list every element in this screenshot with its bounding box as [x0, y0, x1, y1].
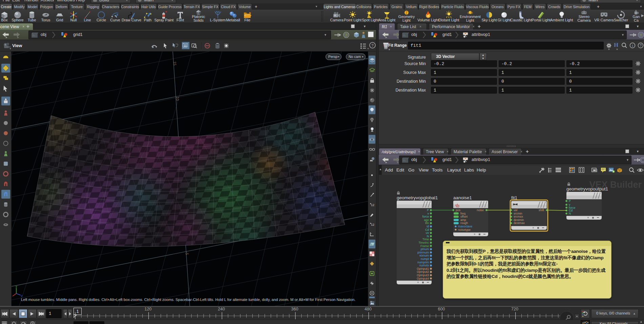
svg-text:-5: -5	[185, 251, 189, 255]
svg-text:?: ?	[640, 43, 642, 47]
svg-text:pos: pos	[456, 208, 461, 212]
svg-text:12: 12	[371, 203, 374, 207]
svg-text:ptnum: ptnum	[421, 247, 429, 251]
svg-text:y: y	[16, 285, 17, 288]
svg-text:val: val	[514, 208, 517, 212]
svg-text:geometryvopglobal1: geometryvopglobal1	[397, 195, 438, 200]
svg-text:maxoctave: maxoctave	[458, 225, 472, 228]
svg-text:z: z	[21, 294, 23, 298]
svg-text:life: life	[425, 221, 429, 225]
svg-text:noisetype: noisetype	[458, 228, 471, 231]
svg-text:aanoise1: aanoise1	[453, 195, 472, 200]
svg-text:P: P	[569, 199, 571, 203]
svg-text:10: 10	[175, 97, 180, 101]
svg-text:Frame: Frame	[420, 244, 429, 248]
svg-text:noise: noise	[477, 208, 484, 212]
svg-text:numpt: numpt	[421, 257, 429, 261]
svg-text:srcmax: srcmax	[514, 215, 523, 218]
svg-text:srcmin: srcmin	[514, 212, 522, 215]
svg-text:TimeInc: TimeInc	[418, 241, 429, 244]
svg-text:rough: rough	[460, 221, 468, 225]
svg-text:numvtx: numvtx	[419, 264, 429, 267]
svg-text:numprim: numprim	[417, 261, 429, 264]
svg-text:geometryvopoutput1: geometryvopoutput1	[566, 186, 608, 191]
svg-text:i: i	[632, 43, 633, 47]
svg-text:destmax: destmax	[514, 221, 525, 225]
svg-text:destmin: destmin	[514, 218, 524, 222]
svg-text:Cd: Cd	[425, 228, 429, 231]
svg-text:OpInput2: OpInput2	[417, 270, 429, 274]
svg-text:freq: freq	[460, 212, 465, 215]
svg-text:offset: offset	[460, 215, 468, 218]
svg-text:OpInput3: OpInput3	[417, 274, 429, 277]
svg-text:shift: shift	[539, 208, 544, 212]
svg-text:force: force	[422, 215, 429, 218]
svg-text:uv: uv	[426, 231, 429, 235]
svg-text:?: ?	[371, 43, 373, 47]
svg-text:P: P	[427, 208, 429, 212]
svg-text:vtxnum: vtxnum	[419, 254, 429, 257]
svg-text:OpInput4: OpInput4	[417, 277, 429, 280]
svg-text:N: N	[427, 235, 429, 238]
svg-text:OpInput1: OpInput1	[417, 267, 429, 270]
svg-text:12: 12	[371, 223, 374, 226]
svg-text:N: N	[569, 212, 571, 215]
svg-text:id: id	[427, 225, 429, 228]
svg-text:v: v	[428, 212, 429, 215]
svg-text:15: 15	[173, 61, 177, 65]
svg-text:amp: amp	[460, 218, 466, 222]
svg-text:Time: Time	[422, 238, 429, 241]
svg-text:primnum: primnum	[417, 251, 429, 254]
svg-text:age: age	[424, 218, 429, 222]
